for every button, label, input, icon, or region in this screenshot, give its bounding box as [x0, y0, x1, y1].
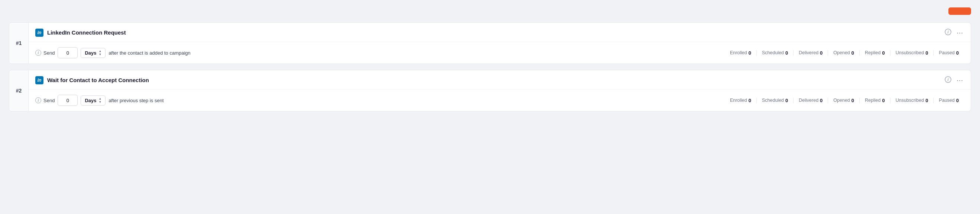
send-info-icon[interactable]: i: [35, 97, 41, 103]
send-label: iSend: [35, 50, 55, 56]
stat-item: Delivered0: [793, 50, 828, 56]
send-days-input[interactable]: [57, 95, 78, 106]
stat-item: Replied0: [859, 98, 890, 103]
stat-label: Replied: [865, 98, 880, 103]
svg-text:i: i: [948, 78, 949, 82]
stat-item: Unsubscribed0: [890, 98, 934, 103]
stats-row: Enrolled0Scheduled0Delivered0Opened0Repl…: [725, 98, 964, 103]
step-card: #2inWait for Contact to Accept Connectio…: [9, 70, 971, 112]
steps-container: #1inLinkedIn Connection Requesti···iSend…: [9, 22, 971, 112]
step-header: inLinkedIn Connection Requesti···: [29, 23, 971, 42]
step-title-text: LinkedIn Connection Request: [47, 29, 126, 36]
stat-item: Delivered0: [793, 98, 828, 103]
stat-item: Scheduled0: [756, 98, 793, 103]
step-title-row: inWait for Contact to Accept Connection: [35, 76, 149, 84]
step-card: #1inLinkedIn Connection Requesti···iSend…: [9, 22, 971, 64]
stat-label: Enrolled: [730, 98, 747, 103]
stat-value: 0: [882, 50, 885, 56]
step-header-actions: i···: [944, 75, 964, 85]
step-header-actions: i···: [944, 28, 964, 37]
after-text: after previous step is sent: [108, 98, 164, 103]
stat-value: 0: [749, 50, 751, 56]
stat-item: Enrolled0: [725, 50, 756, 56]
stat-value: 0: [851, 50, 854, 56]
stat-item: Unsubscribed0: [890, 50, 934, 56]
step-body: iSendDays▲▼after the contact is added to…: [29, 42, 971, 64]
step-content: inWait for Contact to Accept Connectioni…: [29, 70, 971, 111]
send-text: Send: [43, 98, 55, 103]
stat-label: Paused: [939, 50, 955, 55]
stat-value: 0: [820, 98, 822, 103]
step-content: inLinkedIn Connection Requesti···iSendDa…: [29, 23, 971, 64]
stat-label: Replied: [865, 50, 880, 55]
stat-value: 0: [785, 50, 788, 56]
stat-value: 0: [851, 98, 854, 103]
stat-item: Paused0: [933, 50, 964, 56]
info-button[interactable]: i: [944, 75, 952, 85]
linkedin-icon: in: [35, 29, 43, 37]
stat-value: 0: [820, 50, 822, 56]
stepper-arrows: ▲▼: [99, 97, 102, 104]
step-number: #1: [9, 23, 29, 64]
step-body: iSendDays▲▼after previous step is sentEn…: [29, 89, 971, 111]
stat-label: Scheduled: [762, 98, 784, 103]
stat-item: Opened0: [828, 98, 859, 103]
page-header: [9, 8, 971, 15]
send-label: iSend: [35, 97, 55, 103]
stat-label: Scheduled: [762, 50, 784, 55]
stat-label: Opened: [833, 98, 850, 103]
send-days-input[interactable]: [57, 47, 78, 58]
stat-value: 0: [785, 98, 788, 103]
stat-value: 0: [749, 98, 751, 103]
stat-item: Replied0: [859, 50, 890, 56]
days-label: Days: [85, 50, 96, 56]
stat-item: Enrolled0: [725, 98, 756, 103]
add-btn-label: [948, 8, 962, 15]
add-btn-arrow[interactable]: [962, 8, 971, 15]
stat-label: Delivered: [799, 50, 818, 55]
stats-row: Enrolled0Scheduled0Delivered0Opened0Repl…: [725, 50, 964, 56]
after-text: after the contact is added to campaign: [108, 50, 190, 56]
stat-item: Scheduled0: [756, 50, 793, 56]
stat-label: Unsubscribed: [896, 98, 924, 103]
stat-value: 0: [956, 50, 959, 56]
stat-value: 0: [956, 98, 959, 103]
days-label: Days: [85, 98, 96, 103]
days-select[interactable]: Days▲▼: [81, 48, 105, 58]
send-info-icon[interactable]: i: [35, 50, 41, 56]
more-options-button[interactable]: ···: [956, 76, 964, 84]
stat-value: 0: [882, 98, 885, 103]
stat-label: Delivered: [799, 98, 818, 103]
stat-label: Opened: [833, 50, 850, 55]
stat-label: Unsubscribed: [896, 50, 924, 55]
stepper-arrows: ▲▼: [99, 50, 102, 56]
step-title-row: inLinkedIn Connection Request: [35, 29, 126, 37]
stat-item: Paused0: [933, 98, 964, 103]
step-header: inWait for Contact to Accept Connectioni…: [29, 70, 971, 89]
stat-value: 0: [925, 98, 928, 103]
stat-value: 0: [925, 50, 928, 56]
stat-label: Paused: [939, 98, 955, 103]
info-button[interactable]: i: [944, 28, 952, 37]
stat-item: Opened0: [828, 50, 859, 56]
step-title-text: Wait for Contact to Accept Connection: [47, 77, 149, 83]
linkedin-icon: in: [35, 76, 43, 84]
add-linkedin-step-button[interactable]: [948, 8, 971, 15]
send-text: Send: [43, 50, 55, 56]
days-select[interactable]: Days▲▼: [81, 96, 105, 105]
step-number: #2: [9, 70, 29, 111]
stat-label: Enrolled: [730, 50, 747, 55]
more-options-button[interactable]: ···: [956, 29, 964, 37]
svg-text:i: i: [948, 30, 949, 34]
